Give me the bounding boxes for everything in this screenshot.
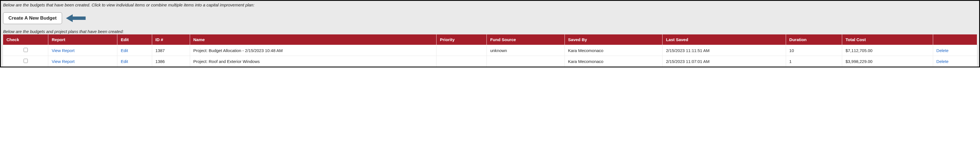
cell-total-cost: $3,998,229.00 bbox=[842, 56, 933, 67]
cell-duration: 1 bbox=[786, 56, 842, 67]
row-checkbox[interactable] bbox=[24, 59, 28, 63]
cell-check bbox=[3, 45, 48, 56]
cell-saved-by: Kara Mecomonaco bbox=[565, 45, 662, 56]
cell-check bbox=[3, 56, 48, 67]
col-header-id: ID # bbox=[152, 35, 190, 45]
cell-id: 1387 bbox=[152, 45, 190, 56]
col-header-edit: Edit bbox=[117, 35, 152, 45]
col-header-fund-source: Fund Source bbox=[487, 35, 565, 45]
delete-link[interactable]: Delete bbox=[937, 48, 948, 53]
sub-intro-text: Below are the budgets and project plans … bbox=[3, 29, 977, 34]
col-header-last-saved: Last Saved bbox=[662, 35, 786, 45]
cell-id: 1386 bbox=[152, 56, 190, 67]
cell-name: Project: Roof and Exterior Windows bbox=[190, 56, 436, 67]
create-row: Create A New Budget bbox=[3, 12, 977, 24]
cell-actions: Delete bbox=[933, 56, 977, 67]
col-header-check: Check bbox=[3, 35, 48, 45]
col-header-name: Name bbox=[190, 35, 436, 45]
col-header-total-cost: Total Cost bbox=[842, 35, 933, 45]
col-header-report: Report bbox=[48, 35, 117, 45]
col-header-duration: Duration bbox=[786, 35, 842, 45]
row-checkbox[interactable] bbox=[24, 48, 28, 52]
cell-last-saved: 2/15/2023 11:11:51 AM bbox=[662, 45, 786, 56]
view-report-link[interactable]: View Report bbox=[52, 48, 75, 53]
cell-priority bbox=[436, 45, 487, 56]
delete-link[interactable]: Delete bbox=[937, 59, 948, 64]
edit-link[interactable]: Edit bbox=[121, 59, 128, 64]
cell-name: Project: Budget Allocation - 2/15/2023 1… bbox=[190, 45, 436, 56]
cell-report: View Report bbox=[48, 56, 117, 67]
col-header-saved-by: Saved By bbox=[565, 35, 662, 45]
cell-actions: Delete bbox=[933, 45, 977, 56]
budget-table: Check Report Edit ID # Name Priority Fun… bbox=[3, 35, 977, 66]
intro-text: Below are the budgets that have been cre… bbox=[3, 3, 977, 7]
cell-edit: Edit bbox=[117, 45, 152, 56]
cell-fund-source: unknown bbox=[487, 45, 565, 56]
col-header-priority: Priority bbox=[436, 35, 487, 45]
arrow-left-icon bbox=[66, 13, 86, 23]
budget-panel: Below are the budgets that have been cre… bbox=[0, 0, 980, 68]
cell-priority bbox=[436, 56, 487, 67]
cell-fund-source bbox=[487, 56, 565, 67]
edit-link[interactable]: Edit bbox=[121, 48, 128, 53]
cell-last-saved: 2/15/2023 11:07:01 AM bbox=[662, 56, 786, 67]
cell-saved-by: Kara Mecomonaco bbox=[565, 56, 662, 67]
table-row: View Report Edit 1386 Project: Roof and … bbox=[3, 56, 977, 67]
view-report-link[interactable]: View Report bbox=[52, 59, 75, 64]
cell-report: View Report bbox=[48, 45, 117, 56]
svg-marker-0 bbox=[66, 14, 86, 22]
table-row: View Report Edit 1387 Project: Budget Al… bbox=[3, 45, 977, 56]
create-new-budget-button[interactable]: Create A New Budget bbox=[3, 12, 62, 24]
col-header-actions bbox=[933, 35, 977, 45]
cell-total-cost: $7,112,705.00 bbox=[842, 45, 933, 56]
table-header-row: Check Report Edit ID # Name Priority Fun… bbox=[3, 35, 977, 45]
cell-duration: 10 bbox=[786, 45, 842, 56]
cell-edit: Edit bbox=[117, 56, 152, 67]
